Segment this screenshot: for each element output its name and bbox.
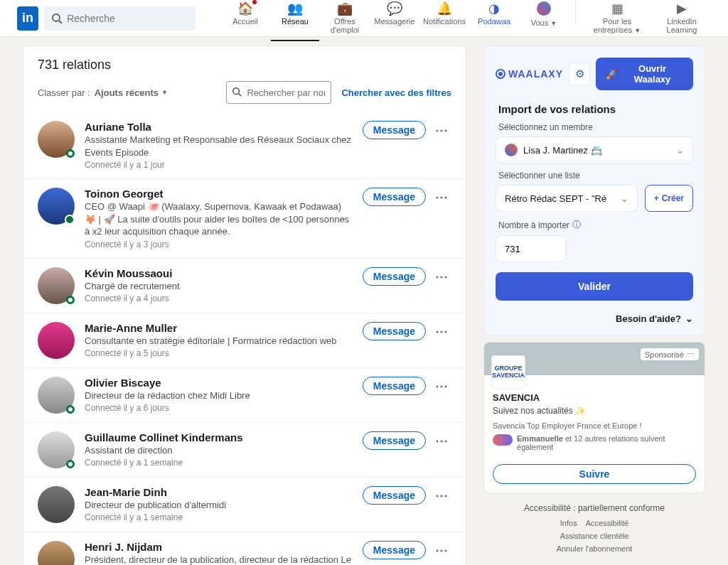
filters-link[interactable]: Chercher avec des filtres <box>341 87 451 98</box>
chevron-down-icon: ⌄ <box>621 193 628 204</box>
name-search-input[interactable] <box>226 81 331 104</box>
help-link[interactable]: Besoin d'aide? ⌄ <box>496 313 693 324</box>
nav-me[interactable]: Vous ▼ <box>520 0 568 38</box>
info-icon[interactable]: ⓘ <box>572 219 581 231</box>
nav-network[interactable]: 👥 Réseau <box>271 0 319 38</box>
more-button[interactable]: ⋯ <box>432 378 451 394</box>
footer-title: Accessibilité : partiellement conforme <box>483 503 705 513</box>
connection-subtitle: Président, directeur de la publication, … <box>85 554 353 565</box>
connection-name[interactable]: Guillaume Collinet Kindermans <box>85 431 353 443</box>
message-button[interactable]: Message <box>363 377 426 395</box>
member-label: Sélectionnez un membre <box>498 122 690 132</box>
member-value: Lisa J. Martinez <box>523 145 588 156</box>
search-icon <box>51 13 63 26</box>
connection-name[interactable]: Kévin Moussaoui <box>85 267 353 279</box>
footer-link[interactable]: Accessibilité <box>586 519 629 527</box>
connection-subtitle: Chargé de recrutement <box>85 280 353 293</box>
connection-meta: Connecté il y a 1 semaine <box>85 512 353 522</box>
message-button[interactable]: Message <box>363 322 426 340</box>
name-search <box>226 81 331 104</box>
member-select[interactable]: Lisa J. Martinez 📇 ⌄ <box>496 136 693 163</box>
create-list-button[interactable]: + Créer <box>645 185 693 212</box>
nav-home[interactable]: 🏠 Accueil <box>221 0 269 38</box>
connection-name[interactable]: Olivier Biscaye <box>85 377 353 389</box>
sponsored-card: Sponsorisé ⋯ GROUPE SAVENCIA SAVENCIA Su… <box>483 342 705 493</box>
connection-name[interactable]: Auriane Tolla <box>85 121 353 133</box>
brand-text: WAALAXY <box>508 68 563 80</box>
nav-messaging[interactable]: 💬 Messagerie <box>370 0 419 38</box>
footer: Accessibilité : partiellement conforme I… <box>483 503 705 557</box>
chevron-down-icon: ▼ <box>161 89 168 96</box>
nav-learning[interactable]: ▶ LinkedIn Learning <box>653 0 711 38</box>
nav-jobs[interactable]: 💼 Offres d'emploi <box>321 0 369 38</box>
avatar[interactable] <box>38 267 75 304</box>
avatar[interactable] <box>38 322 75 359</box>
global-search <box>44 6 196 31</box>
top-nav: in 🏠 Accueil 👥 Réseau 💼 Offres d'emploi … <box>0 0 728 37</box>
connection-name[interactable]: Marie-Anne Muller <box>85 322 353 334</box>
follow-button[interactable]: Suivre <box>493 464 696 484</box>
global-search-input[interactable] <box>44 6 196 31</box>
avatar[interactable] <box>38 431 75 468</box>
followers-info: Emmanuelle et 12 autres relations suiven… <box>493 434 696 451</box>
nav-notifications[interactable]: 🔔 Notifications <box>420 0 469 38</box>
footer-link[interactable]: Assistance clientèle <box>560 532 629 540</box>
message-button[interactable]: Message <box>363 431 426 450</box>
connection-name[interactable]: Jean-Marie Dinh <box>85 486 353 498</box>
avatar[interactable] <box>38 188 75 225</box>
more-button[interactable]: ⋯ <box>432 323 451 339</box>
nav-label: Pour les entreprises <box>594 17 632 34</box>
nav-label: Offres d'emploi <box>331 17 360 34</box>
connection-meta: Connecté il y a 6 jours <box>85 403 353 413</box>
count-input[interactable] <box>496 235 567 262</box>
more-button[interactable]: ⋯ <box>432 122 451 138</box>
connection-subtitle: Consultante en stratégie éditoriale | Fo… <box>85 335 353 348</box>
settings-button[interactable]: ⚙ <box>569 63 590 85</box>
list-select[interactable]: Rétro Rédac SEPT - "Ré ⌄ <box>496 185 638 212</box>
avatar[interactable] <box>38 541 75 565</box>
message-button[interactable]: Message <box>363 486 426 505</box>
avatar[interactable] <box>38 121 75 158</box>
sort-control[interactable]: Classer par : Ajouts récents ▼ <box>38 87 168 98</box>
svg-line-1 <box>59 21 62 23</box>
more-button[interactable]: ⋯ <box>432 488 451 503</box>
message-button[interactable]: Message <box>363 541 426 559</box>
people-icon: 👥 <box>271 1 319 16</box>
connection-subtitle: Assistante Marketing et Responsable des … <box>85 134 353 158</box>
more-button[interactable]: ⋯ <box>432 189 451 205</box>
nav-separator <box>575 0 576 24</box>
connection-item: Auriane TollaAssistante Marketing et Res… <box>23 112 466 178</box>
avatar[interactable] <box>38 377 75 414</box>
connections-list: Auriane TollaAssistante Marketing et Res… <box>23 112 466 565</box>
validate-button[interactable]: Valider <box>496 272 693 301</box>
more-button[interactable]: ⋯ <box>432 269 451 284</box>
gear-icon: ⚙ <box>575 68 584 80</box>
connection-item: Olivier BiscayeDirecteur de la rédaction… <box>23 367 466 422</box>
company-name[interactable]: SAVENCIA <box>493 392 696 403</box>
more-button[interactable]: ⋯ <box>432 542 451 558</box>
linkedin-logo[interactable]: in <box>17 6 38 31</box>
company-logo[interactable]: GROUPE SAVENCIA <box>491 355 525 389</box>
nav-business[interactable]: ▦ Pour les entreprises ▼ <box>583 0 651 38</box>
connection-name[interactable]: Henri J. Nijdam <box>85 541 353 553</box>
connection-item: Jean-Marie DinhDirecteur de publication … <box>23 477 466 532</box>
more-button[interactable]: ⋯ <box>432 433 451 448</box>
message-button[interactable]: Message <box>363 267 426 286</box>
logo-icon <box>496 69 505 79</box>
open-waalaxy-button[interactable]: 🚀 Ouvrir Waalaxy <box>596 58 693 90</box>
connection-name[interactable]: Toinon Georget <box>85 188 353 200</box>
footer-link[interactable]: Infos <box>560 519 577 527</box>
more-icon[interactable]: ⋯ <box>687 350 695 359</box>
footer-link[interactable]: Annuler l'abonnement <box>557 544 633 553</box>
message-button[interactable]: Message <box>363 188 426 206</box>
import-title: Import de vos relations <box>498 103 690 115</box>
avatar[interactable] <box>38 486 75 523</box>
svg-point-0 <box>53 14 60 21</box>
plus-icon: + <box>654 193 659 203</box>
sort-label: Classer par : <box>38 87 90 98</box>
connections-card: 731 relations Classer par : Ajouts récen… <box>23 45 466 565</box>
message-button[interactable]: Message <box>363 121 426 139</box>
nav-podawaa[interactable]: ◑ Podawaa <box>470 0 518 38</box>
presence-offline <box>66 296 75 304</box>
connection-subtitle: Assistant de direction <box>85 444 353 457</box>
